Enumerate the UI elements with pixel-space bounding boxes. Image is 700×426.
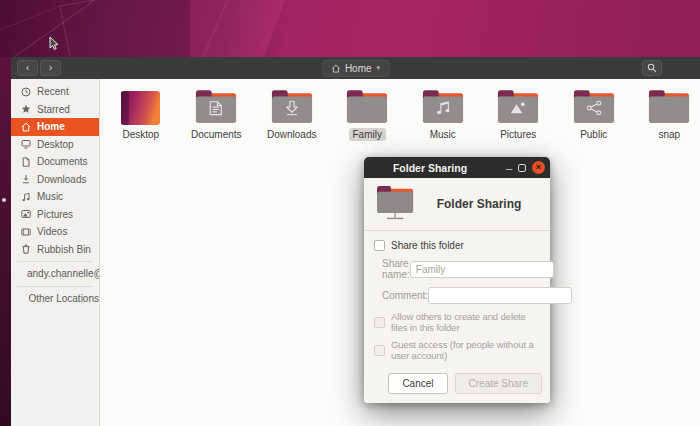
dialog-form: Share this folder Share name: Comment: A… [364, 231, 550, 403]
file-label: Downloads [263, 128, 320, 141]
sidebar-item-label: Starred [37, 104, 70, 115]
sidebar-item-label: Home [37, 121, 65, 132]
file-label: Desktop [118, 128, 163, 141]
file-item-documents[interactable]: Documents [179, 85, 255, 141]
sidebar-item-documents[interactable]: Documents [11, 153, 99, 171]
trash-icon [21, 244, 31, 254]
folder-sharing-dialog: Folder Sharing – × Folder Sharing Share … [364, 157, 550, 403]
shared-folder-icon [374, 186, 418, 222]
back-button[interactable]: ‹ [17, 60, 38, 76]
share-this-folder-checkbox[interactable] [374, 240, 385, 251]
share-name-input[interactable] [410, 261, 554, 278]
sidebar-item-pictures[interactable]: Pictures [11, 206, 99, 224]
folder-icon [195, 90, 237, 125]
guest-access-checkbox[interactable] [374, 345, 385, 356]
create-share-button[interactable]: Create Share [455, 373, 542, 394]
search-button[interactable] [642, 60, 662, 76]
files-toolbar: ‹ › Home ▾ [11, 57, 700, 79]
dialog-titlebar[interactable]: Folder Sharing – × [364, 157, 550, 178]
sidebar-item-recent[interactable]: Recent [11, 83, 99, 101]
document-icon [21, 157, 31, 167]
file-item-music[interactable]: Music [405, 85, 481, 141]
share-name-label: Share name: [382, 258, 410, 280]
search-icon [647, 63, 657, 73]
dialog-header: Folder Sharing [364, 178, 550, 231]
cancel-button[interactable]: Cancel [388, 373, 447, 394]
dialog-title: Folder Sharing [364, 162, 496, 174]
sidebar-item-other-locations[interactable]: Other Locations [11, 290, 99, 308]
path-bar-home-button[interactable]: Home ▾ [322, 60, 389, 77]
file-label: Documents [187, 128, 246, 141]
sidebar-item-label: Documents [37, 156, 88, 167]
screen: ‹ › Home ▾ [0, 0, 700, 426]
sidebar-item-desktop[interactable]: Desktop [11, 136, 99, 154]
close-button[interactable]: × [532, 161, 545, 174]
file-item-pictures[interactable]: Pictures [481, 85, 557, 141]
picture-icon [21, 209, 31, 219]
sidebar-item-label: Rubbish Bin [37, 244, 91, 255]
share-this-folder-label: Share this folder [391, 240, 464, 251]
share-this-folder-row: Share this folder [374, 240, 542, 251]
maximize-button[interactable] [518, 164, 526, 172]
dialog-buttons: Cancel Create Share [372, 373, 542, 394]
breadcrumb-label: Home [345, 63, 372, 74]
sidebar-item-starred[interactable]: Starred [11, 101, 99, 119]
clock-icon [21, 87, 31, 97]
dock-edge [0, 57, 11, 426]
sidebar-separator [17, 261, 93, 262]
allow-others-row: Allow others to create and delete files … [374, 311, 542, 333]
file-item-snap[interactable]: snap [632, 85, 700, 141]
video-icon [21, 227, 31, 237]
allow-others-label: Allow others to create and delete files … [391, 311, 542, 333]
comment-field-row: Comment: [382, 287, 542, 304]
guest-access-row: Guest access (for people without a user … [374, 339, 542, 361]
sidebar-item-music[interactable]: Music [11, 188, 99, 206]
star-icon [21, 104, 31, 114]
music-icon [21, 192, 31, 202]
desktop-icon [21, 139, 31, 149]
file-item-downloads[interactable]: Downloads [254, 85, 330, 141]
files-window: ‹ › Home ▾ [11, 57, 700, 426]
home-icon [331, 64, 340, 73]
sidebar-item-label: Pictures [37, 209, 73, 220]
file-label: Public [576, 128, 611, 141]
sidebar-item-label: Other Locations [28, 293, 99, 304]
sidebar-separator [17, 286, 93, 287]
wallpaper-pattern [0, 0, 700, 57]
sidebar-item-label: Recent [37, 86, 69, 97]
sidebar-item-label: andy.channelle@... [27, 268, 99, 279]
sidebar-item-label: Downloads [37, 174, 86, 185]
folder-icon [346, 90, 388, 125]
sidebar-item-videos[interactable]: Videos [11, 223, 99, 241]
folder-icon [573, 90, 615, 125]
mouse-cursor [49, 36, 60, 51]
share-name-field-row: Share name: [382, 258, 542, 280]
sidebar-item-user-drive[interactable]: andy.channelle@... [11, 265, 99, 283]
folder-icon [271, 90, 313, 125]
dialog-heading: Folder Sharing [418, 197, 540, 211]
folder-icon [648, 90, 690, 125]
plus-icon [21, 293, 22, 303]
file-item-family[interactable]: Family [330, 85, 406, 141]
sidebar-item-downloads[interactable]: Downloads [11, 171, 99, 189]
sidebar-item-label: Videos [37, 226, 67, 237]
dock-indicator-dot [2, 198, 6, 202]
file-label: snap [654, 128, 684, 141]
file-item-desktop[interactable]: Desktop [103, 85, 179, 141]
icon-grid: Desktop [100, 79, 700, 141]
sidebar-item-home[interactable]: Home [11, 118, 99, 136]
comment-label: Comment: [382, 290, 428, 301]
download-icon [21, 174, 31, 184]
file-label-selected: Family [349, 128, 386, 141]
forward-button[interactable]: › [40, 60, 61, 76]
guest-access-label: Guest access (for people without a user … [391, 339, 542, 361]
file-item-public[interactable]: Public [556, 85, 632, 141]
file-label: Music [426, 128, 460, 141]
chevron-down-icon: ▾ [377, 64, 381, 72]
allow-others-checkbox[interactable] [374, 317, 385, 328]
sidebar-item-label: Desktop [37, 139, 74, 150]
sidebar-item-rubbish-bin[interactable]: Rubbish Bin [11, 241, 99, 259]
desktop-folder-icon [120, 91, 161, 125]
minimize-button[interactable]: – [506, 163, 512, 173]
comment-input[interactable] [428, 287, 572, 304]
